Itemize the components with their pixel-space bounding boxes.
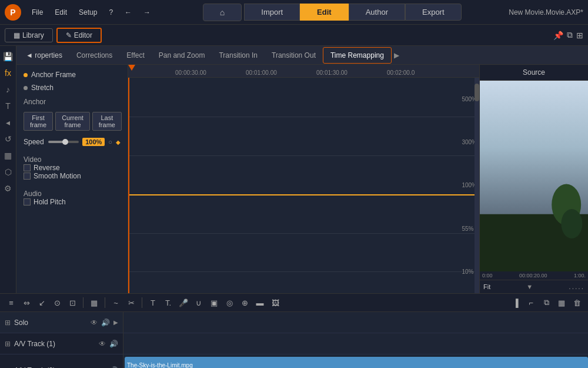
playhead-line [128,78,129,293]
graph-area[interactable]: 500% 300% 100% 55% 10% [128,78,479,293]
tool-mic[interactable]: 🎤 [177,296,190,309]
current-frame-button[interactable]: Current frame [55,112,90,131]
sidebar-icon-fx[interactable]: fx [2,67,14,79]
editor-button[interactable]: ✎ Editor [56,28,102,43]
tool-plus[interactable]: ⊕ [238,296,251,309]
tool-marker[interactable]: ▐ [509,296,522,309]
menu-setup[interactable]: Setup [74,6,102,19]
frame-buttons: First frame Current frame Last frame [24,112,121,131]
hold-pitch-row: Hold Pitch [24,198,121,206]
nav-export-button[interactable]: Export [405,4,462,21]
smooth-motion-checkbox[interactable] [24,173,31,180]
track-av2-clip[interactable]: The-Sky-is-the-Limit.mpg [125,357,588,368]
source-controls: Fit ▼ ..... [480,280,588,293]
tab-transition-in[interactable]: Transition In [212,48,265,63]
tool-text[interactable]: T [146,296,159,309]
window-icon[interactable]: ⊞ [576,31,583,40]
tab-properties[interactable]: ◄ roperties [19,48,69,63]
scroll-bar[interactable] [475,78,479,293]
track-av2-arrow-icon[interactable]: ⇔ [100,366,106,369]
tab-effect[interactable]: Effect [119,48,151,63]
track-solo-row[interactable] [123,312,588,333]
source-dots-button[interactable]: ..... [569,283,584,291]
track-av2-row[interactable]: The-Sky-is-the-Limit.mpg [123,354,588,368]
tool-wave[interactable]: ~ [109,296,122,309]
speed-value: 100% [82,138,105,146]
track-av1-icon[interactable]: ⊞ [5,340,11,348]
nav-import-button[interactable]: Import [244,4,300,21]
sidebar-icon-text[interactable]: T [2,100,14,112]
tool-arrow-down[interactable]: ↙ [35,296,48,309]
anchor-frame-row: Anchor Frame [24,71,121,79]
timecode-mid: 00:00:20.00 [519,273,547,279]
copy-icon[interactable]: ⧉ [567,30,573,40]
menu-undo[interactable]: ← [120,6,136,19]
sidebar-icon-grid[interactable]: ▦ [2,150,14,161]
first-frame-button[interactable]: First frame [24,112,53,131]
nav-author-button[interactable]: Author [349,4,405,21]
tab-play-icon[interactable]: ▶ [394,51,399,59]
sidebar-icon-music[interactable]: ♪ [2,84,14,95]
tab-time-remapping[interactable]: Time Remapping [323,47,392,64]
tool-grid2[interactable]: ▦ [555,296,568,309]
tool-clip[interactable]: ⌐ [524,296,537,309]
library-icon: ▦ [14,31,20,39]
tool-text-alt[interactable]: T. [162,296,175,309]
tab-transition-in-label: Transition In [219,51,258,59]
tool-picture[interactable]: 🖼 [269,296,282,309]
nav-edit-button[interactable]: Edit [300,4,349,21]
track-av1-vol[interactable]: 🔊 [109,340,118,348]
source-preview[interactable] [480,81,588,271]
tool-trash[interactable]: 🗑 [570,296,583,309]
tool-minus[interactable]: ▬ [253,296,266,309]
sidebar-icon-color[interactable]: ⬡ [2,166,14,178]
smooth-motion-label: Smooth Motion [34,172,81,180]
slider-thumb [62,139,68,145]
reverse-checkbox[interactable] [24,164,31,171]
tool-bar-chart[interactable]: ▦ [88,296,101,309]
fit-label[interactable]: Fit [483,283,490,290]
content-panel: Anchor Frame Stretch Anchor First frame … [16,65,588,293]
tool-menu[interactable]: ≡ [5,296,18,309]
tab-transition-out[interactable]: Transition Out [265,48,323,63]
sidebar-icon-save[interactable]: 💾 [2,51,14,62]
tool-square[interactable]: ▣ [208,296,220,309]
tool-copy2[interactable]: ⧉ [540,296,553,309]
speed-slider[interactable] [48,141,79,143]
speed-keyframe-icon[interactable]: ◆ [116,139,121,145]
speed-reset-icon[interactable]: ○ [108,138,112,145]
tab-pan-zoom[interactable]: Pan and Zoom [152,48,212,63]
scroll-thumb[interactable] [475,84,479,101]
hold-pitch-label: Hold Pitch [34,198,66,206]
menu-redo[interactable]: → [139,6,155,19]
menu-help[interactable]: ? [104,6,118,19]
tool-link[interactable]: ⇔ [20,296,33,309]
sidebar-icon-rotate[interactable]: ↺ [2,133,14,145]
menu-file[interactable]: File [27,6,48,19]
library-button[interactable]: ▦ Library [5,28,53,42]
track-solo-eye[interactable]: 👁 [91,319,98,327]
hold-pitch-checkbox[interactable] [24,198,31,205]
tool-scissors[interactable]: ✂ [125,296,138,309]
track-solo-vol[interactable]: 🔊 [101,319,110,327]
nav-home-button[interactable]: ⌂ [203,4,242,21]
tool-circle[interactable]: ⊙ [51,296,64,309]
menu-edit[interactable]: Edit [50,6,72,19]
tool-target[interactable]: ◎ [223,296,236,309]
tab-corrections[interactable]: Corrections [69,48,119,63]
track-av1-eye[interactable]: 👁 [99,340,106,348]
sidebar-icon-settings[interactable]: ⚙ [2,183,14,194]
track-label-av1: ⊞ A/V Track (1) 👁 🔊 [0,333,123,354]
last-frame-button[interactable]: Last frame [92,112,122,131]
track-av2-icon[interactable]: ⊞ [5,366,11,369]
tool-export[interactable]: ⊡ [66,296,79,309]
track-solo-icon[interactable]: ⊞ [5,319,11,327]
speed-row: Speed 100% ○ ◆ [24,138,121,146]
fit-dropdown-icon[interactable]: ▼ [526,283,533,290]
track-av2-vol[interactable]: 🔊 [109,366,118,369]
track-solo-arrow[interactable]: ▶ [113,319,118,326]
sidebar-icon-arrow[interactable]: ◂ [2,117,14,128]
tool-union[interactable]: ∪ [192,296,205,309]
pin-icon[interactable]: 📌 [553,31,563,40]
track-av1-row[interactable] [123,333,588,354]
